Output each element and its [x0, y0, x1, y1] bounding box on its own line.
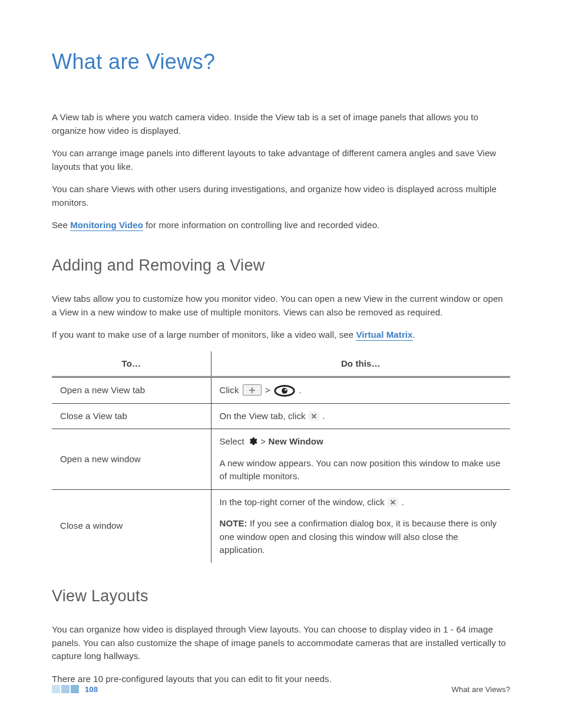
table-cell-to: Close a window — [52, 489, 211, 563]
text: If you see a confirmation dialog box, it… — [220, 518, 497, 555]
table-cell-to: Open a new window — [52, 429, 211, 490]
body-paragraph: You can organize how video is displayed … — [52, 623, 510, 663]
body-paragraph: View tabs allow you to customize how you… — [52, 292, 510, 319]
text: . — [401, 497, 404, 507]
table-cell-do: Click > . — [211, 377, 510, 404]
body-paragraph: If you want to make use of a large numbe… — [52, 328, 510, 342]
text: . — [413, 330, 415, 340]
table-row: Open a new View tab Click > . — [52, 377, 510, 404]
text: On the View tab, click — [220, 411, 308, 421]
monitoring-video-link[interactable]: Monitoring Video — [70, 220, 143, 231]
adding-removing-heading: Adding and Removing a View — [52, 253, 510, 278]
text: > — [265, 385, 270, 395]
svg-point-1 — [282, 388, 287, 394]
close-icon — [388, 498, 398, 507]
footer-section-label: What are Views? — [451, 684, 510, 696]
table-header-to: To… — [52, 351, 211, 377]
plus-button-icon — [243, 384, 262, 396]
eye-icon — [274, 385, 295, 397]
intro-see: See Monitoring Video for more informatio… — [52, 219, 510, 232]
view-layouts-heading: View Layouts — [52, 584, 510, 608]
table-cell-to: Close a View tab — [52, 403, 211, 429]
intro-paragraph: You can share Views with other users dur… — [52, 183, 510, 209]
intro-paragraph: You can arrange image panels into differ… — [52, 147, 510, 173]
text: . — [299, 385, 302, 395]
page-title: What are Views? — [52, 46, 510, 78]
text: If you want to make use of a large numbe… — [52, 330, 356, 340]
table-cell-to: Open a new View tab — [52, 377, 211, 404]
svg-point-2 — [285, 389, 286, 391]
close-icon — [309, 411, 319, 421]
gear-icon — [247, 436, 257, 446]
table-cell-do: Select > New Window A new window appears… — [211, 429, 510, 490]
virtual-matrix-link[interactable]: Virtual Matrix — [356, 330, 412, 341]
table-cell-do: On the View tab, click . — [211, 403, 510, 429]
page-number: 108 — [85, 684, 98, 696]
table-header-do: Do this… — [211, 351, 510, 377]
actions-table: To… Do this… Open a new View tab Click > — [52, 351, 510, 563]
text: . — [322, 411, 325, 421]
text: > — [260, 436, 266, 446]
footer-decoration — [52, 685, 79, 693]
text: Click — [220, 385, 239, 395]
page-footer: 108 What are Views? — [0, 684, 562, 696]
text: In the top-right corner of the window, c… — [220, 497, 388, 507]
table-cell-do: In the top-right corner of the window, c… — [211, 489, 510, 563]
intro-paragraph: A View tab is where you watch camera vid… — [52, 111, 510, 137]
text: A new window appears. You can now positi… — [220, 457, 503, 483]
note-label: NOTE: — [220, 518, 247, 528]
text: for more information on controlling live… — [143, 220, 379, 230]
table-row: Close a window In the top-right corner o… — [52, 489, 510, 563]
text-bold: New Window — [269, 436, 323, 446]
text: Select — [220, 436, 244, 446]
table-row: Open a new window Select > New Window A … — [52, 429, 510, 490]
table-row: Close a View tab On the View tab, click … — [52, 403, 510, 429]
text: See — [52, 220, 70, 230]
